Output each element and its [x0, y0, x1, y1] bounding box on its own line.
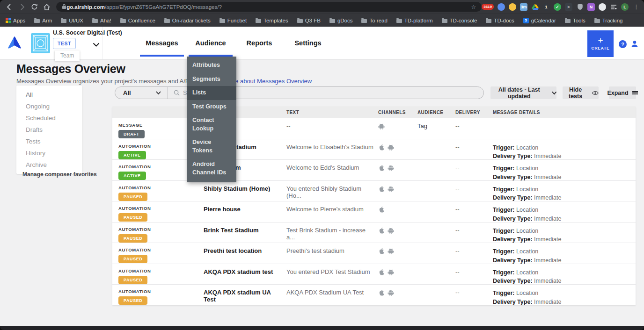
app-header: U.S. Soccer Digital (Test) TEST Team Mes… — [0, 27, 644, 60]
bookmark-label: TD-platform — [404, 18, 433, 23]
puzzle-extensions-icon[interactable] — [599, 3, 606, 11]
menu-item-test-groups[interactable]: Test Groups — [187, 100, 236, 114]
sidebar-item-all[interactable]: All — [16, 89, 82, 100]
reload-icon[interactable] — [29, 2, 39, 12]
message-row[interactable]: AUTOMATIONPAUSEDAKQA PDX stadium UA Test… — [112, 284, 636, 305]
folder-icon — [220, 19, 225, 23]
nav-tab-reports[interactable]: Reports — [237, 27, 281, 59]
bookmark-item[interactable]: On-radar tickets — [164, 18, 211, 23]
expand-button[interactable]: Expand — [609, 86, 636, 99]
bookmark-item[interactable]: Tools — [565, 18, 585, 23]
bookmark-item[interactable]: Aha! — [92, 18, 111, 23]
sidebar-item-ongoing[interactable]: Ongoing — [16, 100, 82, 112]
team-option[interactable]: Team — [55, 50, 80, 61]
delivery-cell: -- — [455, 206, 493, 223]
message-row[interactable]: AUTOMATIONPAUSEDShibly Stadium (Home)You… — [112, 180, 636, 201]
project-app-icon[interactable] — [31, 33, 50, 53]
message-type-cell: AUTOMATIONPAUSED — [118, 227, 204, 244]
forward-icon[interactable] — [17, 2, 27, 12]
back-icon[interactable] — [5, 2, 15, 12]
main-nav: MessagesAudienceReportsSettings — [140, 27, 335, 59]
bookmark-item[interactable]: Tracking — [594, 18, 623, 23]
message-details-cell: Trigger: LocationDelivery Type: Immediat… — [493, 185, 636, 203]
google-drive-icon[interactable] — [531, 3, 539, 11]
message-row[interactable]: AUTOMATIONPAUSEDAKQA PDX stadium testYou… — [112, 264, 636, 285]
menu-item-device-tokens[interactable]: Device Tokens — [187, 136, 236, 158]
bookmark-item[interactable]: TD-docs — [486, 18, 514, 23]
folder-icon — [361, 19, 367, 23]
extension-multicolor-icon[interactable] — [509, 3, 516, 11]
browser-window: go.airship.com/apps/EfypvnZ6T5GaAhG7ETPd… — [0, 0, 644, 330]
bookmark-item[interactable]: Funcbet — [220, 18, 247, 23]
tab-list-icon[interactable] — [610, 3, 617, 11]
channels-cell — [378, 143, 417, 161]
create-button[interactable]: + CREATE — [587, 30, 614, 57]
menu-item-segments[interactable]: Segments — [187, 72, 236, 86]
home-icon[interactable] — [42, 2, 52, 12]
browser-menu-icon[interactable]: ⋮ — [633, 3, 639, 10]
menu-item-lists[interactable]: Lists — [187, 86, 236, 100]
status-badge: PAUSED — [118, 296, 147, 305]
onepassword-icon[interactable]: 1 — [542, 3, 550, 11]
bookmark-item[interactable]: Arm — [34, 18, 52, 23]
bookmark-item[interactable]: Templates — [256, 18, 288, 23]
bookmark-star-icon[interactable]: ☆ — [471, 4, 476, 10]
bookmark-item[interactable]: TD-console — [442, 18, 477, 23]
bookmark-item[interactable]: To read — [361, 18, 387, 23]
bookmark-item[interactable]: 5gCalendar — [523, 18, 556, 23]
status-badge: ACTIVE — [118, 151, 146, 159]
url-bar[interactable]: go.airship.com/apps/EfypvnZ6T5GaAhG7ETPd… — [56, 2, 482, 12]
menu-item-android-channel-ids[interactable]: Android Channel IDs — [187, 158, 236, 179]
bookmark-item[interactable]: Q3 FB — [297, 18, 321, 23]
status-badge: PAUSED — [118, 276, 147, 284]
folder-3m-extension-icon[interactable]: 3m — [520, 3, 527, 11]
sidebar-item-history[interactable]: History — [16, 147, 82, 159]
bookmark-item[interactable]: TD-platform — [396, 18, 433, 23]
bookmark-item[interactable]: UI/UX — [61, 18, 83, 23]
nav-tab-audience[interactable]: Audience — [189, 27, 233, 59]
trigger-detail: Trigger: Location — [493, 268, 636, 277]
status-badge: PAUSED — [118, 234, 147, 243]
check-extension-icon[interactable]: ✓ — [554, 3, 561, 11]
terminal-extension-icon[interactable]: > — [565, 3, 572, 11]
folder-icon — [120, 19, 126, 23]
chevron-down-icon — [552, 91, 556, 95]
android-icon — [388, 186, 394, 194]
message-text: AKQA PDX Stadium UA Test — [286, 289, 378, 307]
airship-logo-icon[interactable] — [7, 36, 22, 51]
bookmark-item[interactable]: gDocs — [329, 18, 353, 23]
sidebar-item-tests[interactable]: Tests — [16, 136, 82, 147]
type-filter-dropdown[interactable]: All — [115, 89, 168, 96]
sidebar-item-drafts[interactable]: Drafts — [16, 124, 82, 136]
menu-item-attributes[interactable]: Attributes — [187, 58, 236, 72]
sidebar-item-archive[interactable]: Archive — [16, 159, 82, 171]
nav-tab-settings[interactable]: Settings — [286, 27, 330, 59]
notion-extension-icon[interactable]: N — [587, 3, 595, 11]
bookmark-item[interactable]: Apps — [6, 18, 25, 23]
hide-tests-button[interactable]: Hide tests — [563, 86, 599, 99]
nav-tab-messages[interactable]: Messages — [140, 27, 184, 59]
message-row[interactable]: AUTOMATIONPAUSEDPierre houseWelcome to P… — [112, 201, 636, 222]
bookmark-item[interactable]: Confluence — [120, 18, 155, 23]
shield-extension-icon[interactable] — [576, 3, 584, 11]
delivery-type-detail: Delivery Type: Immediate — [493, 215, 636, 223]
account-person-icon[interactable] — [630, 40, 639, 50]
project-chevron-down-icon[interactable] — [93, 40, 100, 49]
trigger-label: Trigger: — [493, 144, 515, 151]
extension-badge-count[interactable]: 3619 — [482, 4, 494, 10]
sidebar-item-scheduled[interactable]: Scheduled — [16, 112, 82, 124]
message-text: Welcome to Edd's Stadium — [286, 164, 378, 182]
channels-cell — [378, 185, 417, 203]
date-filter-button[interactable]: All dates - Last updated — [490, 86, 556, 99]
bookmarks-bar: AppsArmUI/UXAha!ConfluenceOn-radar ticke… — [0, 14, 644, 27]
profile-avatar[interactable]: L — [621, 3, 629, 11]
manage-composer-favorites-link[interactable]: Manage composer favorites — [22, 171, 97, 178]
menu-item-contact-lookup[interactable]: Contact Lookup — [187, 114, 236, 136]
message-row[interactable]: AUTOMATIONPAUSEDBrink Test StadiumTest B… — [112, 222, 636, 243]
status-badge: PAUSED — [118, 255, 147, 263]
message-row[interactable]: AUTOMATIONPAUSEDPreethi test locationPre… — [112, 243, 636, 264]
trigger-label: Trigger: — [493, 248, 515, 255]
extension-blue-icon[interactable] — [498, 3, 505, 11]
help-icon[interactable]: ? — [619, 40, 627, 48]
bookmark-label: Confluence — [128, 18, 155, 23]
